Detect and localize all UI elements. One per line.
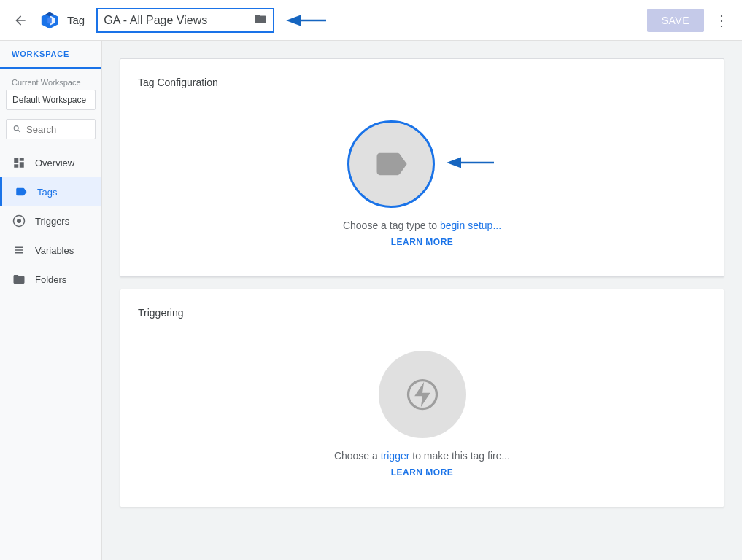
triggering-title: Triggering [138,307,706,319]
sidebar-item-overview-label: Overview [35,158,74,168]
sidebar-item-folders[interactable]: Folders [0,265,101,294]
tag-config-icon-row [347,120,498,208]
tag-config-learn-more[interactable]: LEARN MORE [391,237,454,247]
tag-configuration-card: Tag Configuration [120,58,724,277]
sidebar-item-tags[interactable]: Tags [0,177,101,206]
main-layout: WORKSPACE Current Workspace Default Work… [0,41,742,560]
search-bar[interactable] [6,119,96,139]
triggering-learn-more[interactable]: LEARN MORE [391,467,454,478]
tag-type-icon [371,144,411,184]
arrow-annotation-title [286,12,330,29]
svg-rect-2 [47,17,52,23]
tag-config-subtitle-blue: begin setup... [440,219,501,231]
tag-config-title: Tag Configuration [138,77,706,88]
content-area: Tag Configuration [102,41,742,560]
variables-icon [12,243,26,257]
triggering-center: Choose a trigger to make this tag fire..… [138,336,706,489]
triggers-icon [12,214,26,228]
trigger-icon [402,374,443,415]
tag-config-subtitle-text: Choose a tag type to [343,219,437,231]
trigger-selector[interactable] [379,351,466,438]
app-title-text: Tag [67,14,85,26]
triggering-subtitle-blue: trigger [381,450,410,462]
sidebar-item-variables[interactable]: Variables [0,236,101,265]
tag-config-subtitle: Choose a tag type to begin setup... [343,219,501,231]
sidebar: WORKSPACE Current Workspace Default Work… [0,41,102,560]
triggering-subtitle-part1: Choose a [334,450,381,462]
svg-point-6 [17,219,21,223]
workspace-name[interactable]: Default Workspace [6,90,96,110]
sidebar-item-triggers-label: Triggers [35,216,69,227]
overview-icon [12,155,26,170]
tag-title-box[interactable] [96,8,274,33]
more-icon: ⋮ [714,12,729,29]
back-button[interactable] [9,9,32,32]
workspace-tab[interactable]: WORKSPACE [0,41,101,69]
sidebar-item-variables-label: Variables [35,245,74,256]
search-input[interactable] [26,124,89,135]
tag-config-center: Choose a tag type to begin setup... LEAR… [138,106,706,259]
sidebar-item-tags-label: Tags [37,187,57,198]
triggering-card: Triggering Choose a trigger to make this… [120,289,724,508]
arrow-annotation-tag [447,154,498,174]
folders-icon [12,272,26,287]
top-bar: Tag SAVE ⋮ [0,0,742,41]
sidebar-item-overview[interactable]: Overview [0,148,101,177]
tag-type-selector[interactable] [347,120,435,208]
sidebar-item-triggers[interactable]: Triggers [0,206,101,236]
save-button[interactable]: SAVE [647,9,704,32]
folder-icon[interactable] [254,12,267,28]
triggering-subtitle: Choose a trigger to make this tag fire..… [334,450,510,462]
current-workspace-label: Current Workspace [0,69,101,90]
more-options-button[interactable]: ⋮ [710,9,733,32]
sidebar-item-folders-label: Folders [35,274,66,285]
search-icon [12,123,22,135]
tag-title-input[interactable] [104,14,250,27]
triggering-subtitle-part2: to make this tag fire... [409,450,510,462]
tags-icon [14,184,28,199]
gtm-logo [38,9,61,32]
